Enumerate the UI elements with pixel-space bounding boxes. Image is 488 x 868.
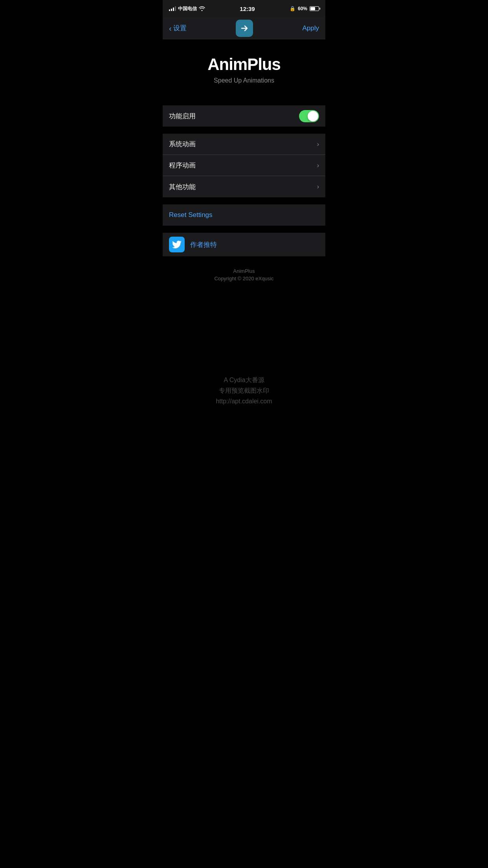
chevron-icon: › <box>317 141 319 148</box>
signal-icon <box>169 6 176 11</box>
twitter-row[interactable]: 作者推特 <box>163 233 325 256</box>
lock-icon: 🔒 <box>290 6 295 11</box>
nav-bar: ‹ 设置 Apply <box>163 17 325 39</box>
reset-button[interactable]: Reset Settings <box>169 211 213 219</box>
gap-2 <box>163 127 325 134</box>
list-item[interactable]: 系统动画 › <box>163 134 325 155</box>
status-right: 🔒 60% <box>290 6 319 11</box>
gap-4 <box>163 226 325 233</box>
footer-app-name: AnimPlus <box>171 268 317 274</box>
twitter-section: 作者推特 <box>163 233 325 256</box>
enable-section: 功能启用 <box>163 105 325 127</box>
chevron-icon: › <box>317 162 319 169</box>
menu-section: 系统动画 › 程序动画 › 其他功能 › <box>163 134 325 197</box>
app-icon <box>236 20 253 37</box>
enable-toggle[interactable] <box>299 110 319 122</box>
battery-percent: 60% <box>298 6 307 11</box>
toggle-knob <box>308 111 318 121</box>
back-arrow-icon: ‹ <box>169 24 172 32</box>
footer-copyright: Copyright © 2020 eXqusic <box>171 276 317 281</box>
carrier-label: 中国电信 <box>178 6 197 12</box>
gap-1 <box>163 98 325 105</box>
app-subtitle: Speed Up Animations <box>171 77 317 84</box>
header-section: AnimPlus Speed Up Animations <box>163 39 325 98</box>
list-item[interactable]: 程序动画 › <box>163 155 325 176</box>
chevron-icon: › <box>317 183 319 190</box>
status-time: 12:39 <box>240 6 255 12</box>
wifi-icon <box>199 6 205 11</box>
list-item[interactable]: 其他功能 › <box>163 176 325 197</box>
app-title: AnimPlus <box>171 55 317 74</box>
enable-row: 功能启用 <box>163 105 325 127</box>
back-button[interactable]: ‹ 设置 <box>169 24 187 33</box>
twitter-icon <box>169 237 185 252</box>
status-bar: 中国电信 12:39 🔒 60% <box>163 0 325 17</box>
apply-button[interactable]: Apply <box>302 24 319 32</box>
menu-item-label: 其他功能 <box>169 182 196 191</box>
battery-icon <box>310 6 319 11</box>
arrow-icon <box>239 23 250 33</box>
menu-item-label: 程序动画 <box>169 161 196 170</box>
status-left: 中国电信 <box>169 6 205 12</box>
menu-item-label: 系统动画 <box>169 140 196 149</box>
enable-label: 功能启用 <box>169 112 196 121</box>
twitter-bird-icon <box>172 240 182 249</box>
back-label: 设置 <box>173 24 187 33</box>
reset-section: Reset Settings <box>163 204 325 226</box>
footer: AnimPlus Copyright © 2020 eXqusic <box>163 256 325 297</box>
gap-3 <box>163 197 325 204</box>
twitter-label: 作者推特 <box>190 240 217 249</box>
